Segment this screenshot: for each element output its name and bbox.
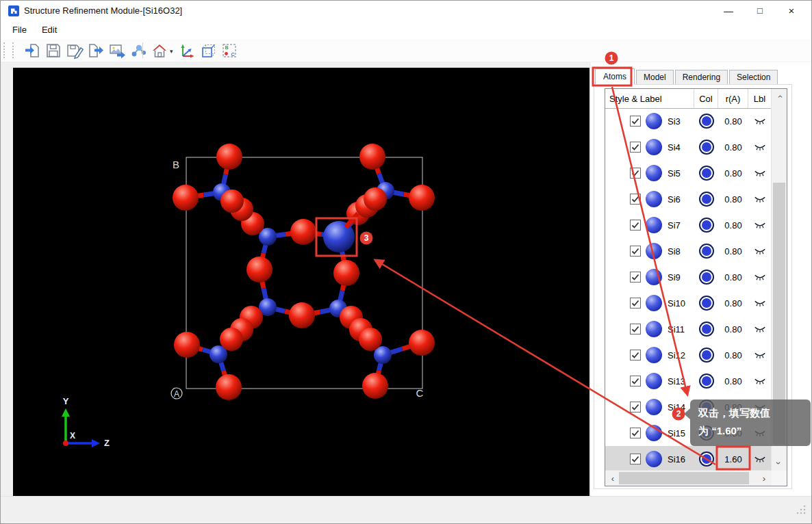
menu-item-edit[interactable]: Edit [34, 21, 64, 39]
atom-sphere-icon[interactable] [646, 113, 662, 129]
atom-sphere-icon[interactable] [646, 139, 662, 155]
table-row[interactable]: Si30.80 [605, 108, 771, 134]
row-checkbox[interactable] [630, 116, 641, 127]
label-visibility-icon[interactable] [754, 274, 766, 281]
label-visibility-icon[interactable] [754, 326, 766, 333]
atom-sphere-icon[interactable] [646, 399, 662, 415]
label-visibility-icon[interactable] [754, 170, 766, 177]
radius-value[interactable]: 0.80 [718, 298, 748, 309]
table-row[interactable]: Si50.80 [605, 160, 771, 186]
row-checkbox[interactable] [630, 246, 641, 257]
table-row[interactable]: Si120.80 [605, 342, 771, 368]
atom-sphere-icon[interactable] [646, 295, 662, 311]
toolbar-grip[interactable] [12, 42, 15, 58]
row-checkbox[interactable] [630, 376, 641, 387]
atom-color-circle[interactable] [699, 218, 714, 233]
table-row[interactable]: Si70.80 [605, 212, 771, 238]
row-checkbox[interactable] [630, 350, 641, 361]
atom-color-circle[interactable] [699, 114, 714, 129]
radius-value[interactable]: 0.80 [718, 168, 748, 179]
export-image-icon[interactable] [107, 41, 127, 60]
tab-rendering[interactable]: Rendering [675, 70, 728, 85]
atom-color-circle[interactable] [699, 296, 714, 311]
table-row[interactable]: Si100.80 [605, 290, 771, 316]
minimize-button[interactable]: — [713, 1, 744, 21]
row-checkbox[interactable] [630, 194, 641, 205]
row-checkbox[interactable] [630, 168, 641, 179]
radius-value[interactable]: 0.80 [718, 194, 748, 205]
row-checkbox[interactable] [630, 272, 641, 283]
atom-sphere-icon[interactable] [646, 425, 662, 441]
atom-sphere-icon[interactable] [646, 347, 662, 363]
tab-selection[interactable]: Selection [729, 70, 778, 85]
structure-viewport[interactable]: BACYZX [13, 68, 589, 496]
table-row[interactable]: Si80.80 [605, 238, 771, 264]
close-button[interactable]: × [776, 1, 807, 21]
horizontal-scroll-thumb[interactable] [619, 472, 749, 484]
label-visibility-icon[interactable] [754, 352, 766, 359]
supercell-icon[interactable]: BC [220, 41, 239, 60]
structure-style-icon[interactable] [129, 41, 148, 60]
atom-sphere-icon[interactable] [646, 269, 662, 285]
tab-model[interactable]: Model [636, 70, 674, 85]
maximize-button[interactable]: □ [744, 1, 776, 21]
atom-sphere-icon[interactable] [646, 217, 662, 233]
atom-color-circle[interactable] [699, 322, 714, 337]
row-checkbox[interactable] [630, 142, 641, 153]
save-icon[interactable] [44, 41, 63, 60]
axes-icon[interactable] [177, 41, 196, 60]
atom-sphere-icon[interactable] [646, 451, 662, 467]
home-icon[interactable] [150, 41, 169, 60]
radius-value[interactable]: 0.80 [718, 324, 748, 335]
label-visibility-icon[interactable] [754, 456, 766, 463]
radius-value[interactable]: 0.80 [718, 350, 748, 361]
table-row[interactable]: Si161.60 [605, 446, 771, 472]
save-as-icon[interactable] [65, 41, 84, 60]
table-row[interactable]: Si90.80 [605, 264, 771, 290]
horizontal-scrollbar[interactable]: ‹ › [605, 470, 772, 486]
radius-value[interactable]: 0.80 [718, 116, 748, 127]
row-checkbox[interactable] [630, 454, 641, 464]
resize-grip-icon[interactable] [796, 505, 806, 514]
scroll-right-button[interactable]: › [757, 471, 772, 486]
atom-color-circle[interactable] [699, 244, 714, 259]
atom-color-circle[interactable] [699, 166, 714, 181]
atom-color-circle[interactable] [699, 451, 714, 467]
label-visibility-icon[interactable] [754, 248, 766, 255]
radius-value[interactable]: 0.80 [718, 376, 748, 387]
atom-color-circle[interactable] [699, 374, 714, 389]
label-visibility-icon[interactable] [754, 144, 766, 151]
scroll-down-button[interactable]: › [772, 456, 787, 471]
atom-color-circle[interactable] [699, 270, 714, 285]
table-row[interactable]: Si60.80 [605, 186, 771, 212]
label-visibility-icon[interactable] [754, 196, 766, 203]
label-visibility-icon[interactable] [754, 378, 766, 385]
export-icon[interactable] [86, 41, 105, 60]
scroll-left-button[interactable]: ‹ [605, 471, 620, 486]
import-icon[interactable] [23, 41, 42, 60]
radius-value[interactable]: 0.80 [718, 272, 748, 283]
tab-atoms[interactable]: Atoms [595, 68, 635, 85]
atom-sphere-icon[interactable] [646, 243, 662, 259]
table-row[interactable]: Si40.80 [605, 134, 771, 160]
atom-color-circle[interactable] [699, 140, 714, 155]
row-checkbox[interactable] [630, 220, 641, 231]
menu-item-file[interactable]: File [5, 21, 34, 39]
atom-sphere-icon[interactable] [646, 321, 662, 337]
radius-value[interactable]: 0.80 [718, 246, 748, 257]
radius-value[interactable]: 0.80 [718, 142, 748, 153]
atom-sphere-icon[interactable] [646, 373, 662, 389]
table-row[interactable]: Si110.80 [605, 316, 771, 342]
home-dropdown-icon[interactable]: ▾ [170, 48, 173, 55]
atom-color-circle[interactable] [699, 348, 714, 363]
radius-value[interactable]: 1.60 [718, 454, 748, 464]
label-visibility-icon[interactable] [754, 222, 766, 229]
toolbar-grip[interactable] [3, 42, 6, 58]
atom-sphere-icon[interactable] [646, 165, 662, 181]
atom-color-circle[interactable] [699, 192, 714, 207]
cell-box-icon[interactable] [199, 41, 218, 60]
label-visibility-icon[interactable] [754, 118, 766, 125]
row-checkbox[interactable] [630, 402, 641, 412]
label-visibility-icon[interactable] [754, 300, 766, 307]
row-checkbox[interactable] [630, 324, 641, 335]
